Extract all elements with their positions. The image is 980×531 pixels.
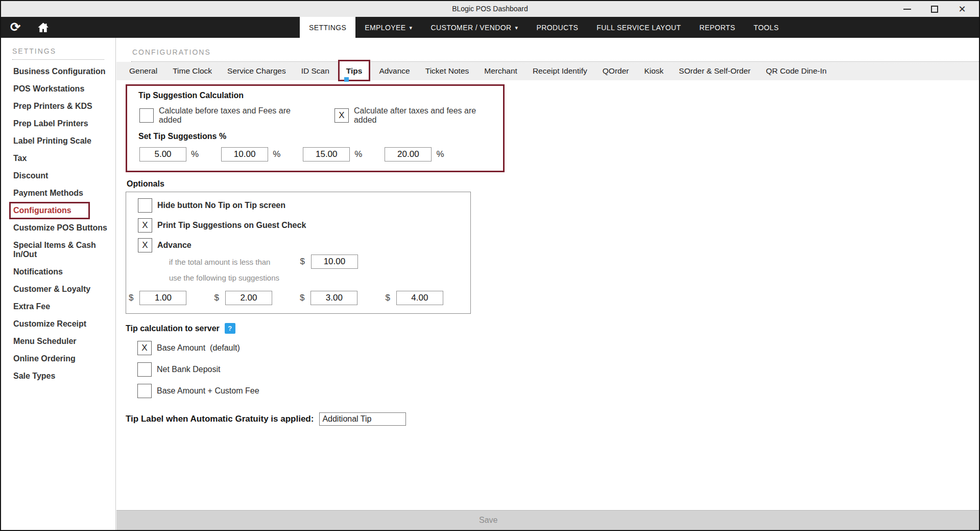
section-title-set-tip-suggestions: Set Tip Suggestions % [138,132,494,141]
tab-qr-code-dine-in[interactable]: QR Code Dine-In [758,62,834,80]
checkbox-label: Calculate before taxes and Fees are adde… [159,106,308,125]
tip-percent-field: % [139,147,199,161]
tab-merchant[interactable]: Merchant [476,62,525,80]
window-controls: ✕ [899,1,970,17]
tip-suggestion-calculation-section: Tip Suggestion Calculation Calculate bef… [126,84,505,172]
nav-item-employee[interactable]: EMPLOYEE▾ [355,17,421,38]
tab-label: SOrder & Self-Order [679,66,750,75]
sidebar-item-customize-pos-buttons[interactable]: Customize POS Buttons [1,219,115,237]
tab-time-clock[interactable]: Time Clock [165,62,220,80]
sidebar-item-discount[interactable]: Discount [1,167,115,184]
sidebar-item-menu-scheduler[interactable]: Menu Scheduler [1,333,115,350]
tip-amount-input[interactable] [225,291,272,305]
sidebar-item-customize-receipt[interactable]: Customize Receipt [1,315,115,333]
help-icon[interactable]: ? [225,323,235,334]
nav-item-settings[interactable]: SETTINGS [300,17,355,38]
sidebar-item-pos-workstations[interactable]: POS Workstations [1,80,115,98]
sidebar-item-business-configuration[interactable]: Business Configuration [1,63,115,80]
active-tab-indicator [344,77,349,82]
checkbox-advance[interactable]: X [138,238,152,252]
checkbox-row-base-amount-custom-fee: Base Amount + Custom Fee [137,384,979,398]
advance-threshold-input[interactable] [311,255,358,269]
sidebar-item-tax[interactable]: Tax [1,150,115,167]
dollar-sign: $ [214,293,219,303]
checkbox-calculate-after-taxes-and-fees-are-added[interactable]: X [334,108,349,123]
checkbox-print-tip-suggestions-on-guest-check[interactable]: X [138,218,152,233]
tip-percent-input[interactable] [303,147,350,161]
tab-id-scan[interactable]: ID Scan [294,62,337,80]
checkbox-label: Print Tip Suggestions on Guest Check [157,221,306,230]
percent-suffix: % [436,149,444,159]
tab-sorder-self-order[interactable]: SOrder & Self-Order [671,62,758,80]
caret-down-icon: ▾ [515,25,518,31]
nav-item-full-service-layout[interactable]: FULL SERVICE LAYOUT [587,17,690,38]
nav-quick-actions: ⟳ [10,17,50,38]
nav-item-tools[interactable]: TOOLS [745,17,788,38]
checkbox-calculate-before-taxes-and-fees-are-added[interactable] [139,108,154,123]
main-menu: SETTINGSEMPLOYEE▾CUSTOMER / VENDOR▾PRODU… [300,17,788,38]
tip-percent-input[interactable] [221,147,268,161]
nav-item-products[interactable]: PRODUCTS [528,17,588,38]
tip-percent-field: % [303,147,362,161]
sidebar-item-payment-methods[interactable]: Payment Methods [1,184,115,202]
calculation-mode-options: Calculate before taxes and Fees are adde… [139,106,494,125]
tab-ticket-notes[interactable]: Ticket Notes [418,62,477,80]
tab-qorder[interactable]: QOrder [595,62,637,80]
tab-advance[interactable]: Advance [371,62,417,80]
tip-amount-field: $ [385,291,443,305]
tab-label: Service Charges [227,66,286,75]
sidebar-item-prep-printers-kds[interactable]: Prep Printers & KDS [1,98,115,115]
tip-amount-input[interactable] [139,291,186,305]
checkbox-net-bank-deposit[interactable] [137,362,152,377]
sidebar-item-customer-loyalty[interactable]: Customer & Loyalty [1,281,115,298]
app-window: BLogic POS Dashboard ✕ ⟳ SETTINGSEMPLOYE… [0,0,980,531]
nav-item-customer-vendor[interactable]: CUSTOMER / VENDOR▾ [421,17,527,38]
sidebar-item-label-printing-scale[interactable]: Label Printing Scale [1,132,115,150]
tab-kiosk[interactable]: Kiosk [636,62,671,80]
checkbox-hide-button-no-tip-on-tip-screen[interactable] [138,198,152,213]
refresh-icon[interactable]: ⟳ [10,21,20,33]
tab-service-charges[interactable]: Service Charges [220,62,294,80]
tip-percent-input[interactable] [385,147,432,161]
maximize-button[interactable] [927,1,942,17]
tip-percent-input[interactable] [139,147,186,161]
tab-receipt-identify[interactable]: Receipt Identify [525,62,595,80]
tab-label: QOrder [603,66,629,75]
tip-amount-input[interactable] [310,291,357,305]
tab-label: ID Scan [301,66,329,75]
dollar-sign: $ [385,293,390,303]
tab-label: General [129,66,157,75]
nav-item-label: CUSTOMER / VENDOR [431,24,511,32]
checkbox-row-print-tip-suggestions-on-guest-check: XPrint Tip Suggestions on Guest Check [138,218,470,233]
section-title-optionals: Optionals [127,179,979,189]
configuration-tabs: GeneralTime ClockService ChargesID ScanT… [116,62,979,80]
sidebar-item-sale-types[interactable]: Sale Types [1,367,115,385]
tips-tab-content: Tip Suggestion Calculation Calculate bef… [116,80,979,426]
percent-suffix: % [191,149,199,159]
home-button[interactable] [37,21,50,34]
percent-suffix: % [273,149,280,159]
sidebar-item-configurations[interactable]: Configurations [9,202,90,219]
tab-tips[interactable]: Tips [338,60,371,81]
tab-general[interactable]: General [122,62,165,80]
dollar-sign: $ [129,293,133,303]
sidebar-item-extra-fee[interactable]: Extra Fee [1,298,115,315]
sidebar-divider [12,59,104,60]
checkbox-base-amount-default[interactable]: X [137,341,152,355]
tab-label: QR Code Dine-In [766,66,827,75]
nav-item-reports[interactable]: REPORTS [690,17,745,38]
tip-amount-inputs: $$$$ [129,291,470,305]
sidebar-item-notifications[interactable]: Notifications [1,263,115,281]
sidebar-item-prep-label-printers[interactable]: Prep Label Printers [1,115,115,132]
save-button[interactable]: Save [474,511,503,530]
tip-amount-input[interactable] [396,291,443,305]
minimize-button[interactable] [899,1,915,17]
sidebar-item-online-ordering[interactable]: Online Ordering [1,350,115,367]
checkbox-base-amount-custom-fee[interactable] [137,384,152,398]
close-button[interactable]: ✕ [954,1,970,17]
checkbox-label: Base Amount + Custom Fee [157,386,259,396]
sidebar-item-special-items-cash-in-out[interactable]: Special Items & Cash In/Out [1,237,115,263]
nav-item-label: PRODUCTS [537,24,579,32]
caret-down-icon: ▾ [409,25,412,31]
gratuity-tip-label-input[interactable] [319,412,406,426]
